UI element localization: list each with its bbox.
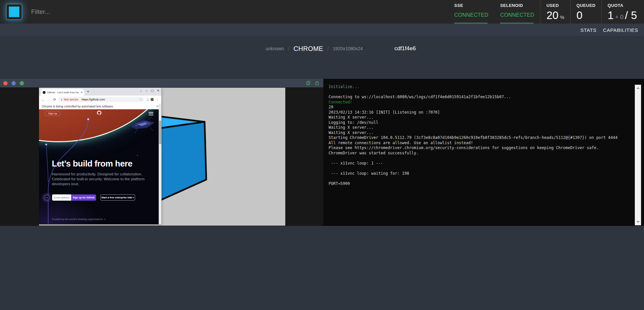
session-row[interactable]: unknown / CHROME / 1920x1080x24 cdf1f4e6 xyxy=(0,42,644,55)
browser-tab-title: GitHub · Let’s build from he… xyxy=(47,91,79,94)
log-line xyxy=(329,90,631,95)
session-log-panel: Initialize... Connecting to ws://localho… xyxy=(323,79,644,226)
email-input[interactable] xyxy=(52,194,71,201)
hamburger-menu-icon[interactable] xyxy=(149,112,153,117)
stat-queued-label: QUEUED xyxy=(576,3,595,8)
menu-dots-icon[interactable]: ⋮ xyxy=(156,98,159,101)
address-bar[interactable]: ▲ Not secure | https://github.com ☆ xyxy=(58,97,144,102)
session-id[interactable]: cdf1f4e6 xyxy=(394,45,416,52)
stats-strip: SSE CONNECTED SELENOID CONNECTED USED 20… xyxy=(448,0,644,24)
vnc-screen-area[interactable]: GitHub · Let’s build from he… ✕ + ⌄ ─ ▢ … xyxy=(0,87,323,226)
log-line: Initialize... xyxy=(329,84,631,90)
vnc-panel: GitHub · Let’s build from he… ✕ + ⌄ ─ ▢ … xyxy=(0,79,323,226)
log-line: 20 xyxy=(329,105,631,110)
not-secure-label: Not secure xyxy=(64,98,78,101)
scroll-up-icon[interactable] xyxy=(636,87,640,89)
browser-scrollbar[interactable] xyxy=(159,103,161,224)
signup-github-button[interactable]: Sign up for GitHub xyxy=(71,194,96,201)
code-icon: </> xyxy=(44,195,50,200)
vnc-framebuffer[interactable]: GitHub · Let’s build from he… ✕ + ⌄ ─ ▢ … xyxy=(39,88,285,226)
separator: / xyxy=(288,45,290,52)
browser-scrollbar-thumb[interactable] xyxy=(159,121,161,144)
toolbar-right-icons: ▯ ⋮ xyxy=(147,98,159,101)
stat-quota-label: QUOTA xyxy=(608,3,638,8)
log-line: Starting ChromeDriver 104.0.5112.79 (3cf… xyxy=(329,135,631,141)
traffic-blue-icon xyxy=(11,81,16,85)
log-line: Waiting X server... xyxy=(329,115,631,120)
log-line: 2023/02/13 14:32:16 [INIT] [Listening on… xyxy=(329,110,631,115)
vnc-header xyxy=(0,79,323,87)
forward-icon: → xyxy=(47,98,51,101)
log-line: Connecting to ws://localhost:8080/ws/log… xyxy=(329,95,631,100)
tab-capabilities[interactable]: CAPABILITIES xyxy=(603,27,638,33)
view-tabs-bar: STATS CAPABILITIES xyxy=(0,24,644,36)
log-line: Logging to: /dev/null xyxy=(329,120,631,125)
window-dots xyxy=(0,81,24,85)
minimize-icon[interactable]: ─ xyxy=(146,89,148,92)
top-bar: SSE CONNECTED SELENOID CONNECTED USED 20… xyxy=(0,0,644,24)
hero-subheading: Harnessed for productivity. Designed for… xyxy=(52,172,148,187)
github-favicon-icon xyxy=(43,91,46,94)
log-line: All remote connections are allowed. Use … xyxy=(329,141,631,146)
github-page: Sign up Let’s build from here Harnessed … xyxy=(39,109,161,224)
automation-infobar: Chrome is being controlled by automated … xyxy=(39,103,161,109)
stat-used-unit: % xyxy=(560,14,564,20)
hero-heading: Let’s build from here xyxy=(52,159,157,169)
log-line xyxy=(329,156,631,161)
reload-icon[interactable]: ⟳ xyxy=(53,98,56,102)
log-line xyxy=(329,176,631,181)
stat-selenoid-value: CONNECTED xyxy=(500,12,534,18)
log-line: --- x11vnc loop: waiting for: 198 xyxy=(329,171,631,176)
browser-toolbar: ← → ⟳ ▲ Not secure | https://github.com … xyxy=(39,96,161,103)
filter-input[interactable] xyxy=(31,6,169,18)
selenoid-ui-app: SSE CONNECTED SELENOID CONNECTED USED 20… xyxy=(0,0,644,310)
divider: | xyxy=(80,98,80,101)
session-resolution: 1920x1080x24 xyxy=(333,46,363,51)
session-browser: CHROME xyxy=(293,45,323,53)
stat-used-value: 20 xyxy=(546,9,558,21)
enterprise-trial-button[interactable]: Start a free enterprise trial > xyxy=(100,194,135,201)
copy-icon[interactable] xyxy=(306,81,311,85)
browser-tab-strip: GitHub · Let’s build from he… ✕ + ⌄ ─ ▢ … xyxy=(39,88,161,96)
stat-quota-limit: / 5 xyxy=(625,9,637,21)
log-output: Initialize... Connecting to ws://localho… xyxy=(329,84,631,186)
log-line: Connected! xyxy=(329,100,631,105)
profile-avatar-icon[interactable] xyxy=(151,98,154,101)
chrome-browser-window: GitHub · Let’s build from he… ✕ + ⌄ ─ ▢ … xyxy=(39,88,161,224)
maximize-icon[interactable]: ▢ xyxy=(151,89,154,92)
stat-quota-pending: + 0 xyxy=(615,14,624,20)
app-logo-icon[interactable] xyxy=(7,4,22,19)
url-text: ://github.com xyxy=(88,98,105,101)
stat-queued-value: 0 xyxy=(576,9,582,21)
share-icon[interactable] xyxy=(315,81,319,85)
trusted-by-text: Trusted by the world’s leading organizat… xyxy=(52,218,106,221)
traffic-green-icon xyxy=(20,81,24,85)
tab-stats[interactable]: STATS xyxy=(580,27,596,33)
log-scrollbar[interactable] xyxy=(635,85,641,225)
github-logo-icon[interactable] xyxy=(97,110,102,115)
separator: / xyxy=(327,45,329,52)
infobar-close-icon[interactable]: ✕ xyxy=(156,105,159,108)
stat-queued: QUEUED 0 xyxy=(570,0,601,24)
log-line: PORT=5900 xyxy=(329,181,631,187)
session-owner: unknown xyxy=(266,46,284,51)
log-line: ChromeDriver was started successfully. xyxy=(329,151,631,156)
back-icon[interactable]: ← xyxy=(41,98,45,101)
tab-search-chevron-icon[interactable]: ⌄ xyxy=(140,89,142,92)
log-line: --- x11vnc loop: 1 --- xyxy=(329,161,631,166)
browser-tab[interactable]: GitHub · Let’s build from he… ✕ xyxy=(41,89,84,96)
window-controls: ⌄ ─ ▢ ✕ xyxy=(140,89,159,92)
signup-top-button[interactable]: Sign up xyxy=(45,111,60,116)
warning-icon: ▲ xyxy=(61,99,63,100)
bookmark-star-icon[interactable]: ☆ xyxy=(139,98,142,101)
side-panel-icon[interactable]: ▯ xyxy=(147,98,149,101)
close-icon[interactable]: ✕ xyxy=(157,89,159,92)
tab-close-icon[interactable]: ✕ xyxy=(80,91,83,94)
stat-used-label: USED xyxy=(546,3,564,8)
infobar-message: Chrome is being controlled by automated … xyxy=(42,105,114,108)
scroll-down-icon[interactable] xyxy=(636,221,640,223)
stat-sse-value: CONNECTED xyxy=(454,12,488,18)
new-tab-button[interactable]: + xyxy=(87,89,89,94)
log-line: Waiting X server... xyxy=(329,125,631,130)
stat-quota: QUOTA 1 + 0 / 5 xyxy=(601,0,644,24)
